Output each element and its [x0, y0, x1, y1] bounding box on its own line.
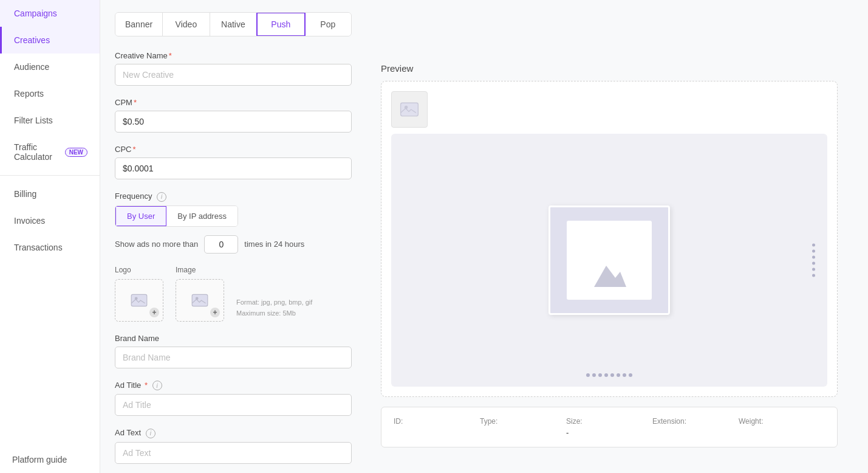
sidebar-item-filter-lists[interactable]: Filter Lists [0, 107, 100, 134]
creative-form: Creative Name* CPM* CPC* [115, 51, 352, 473]
cpm-group: CPM* [115, 98, 352, 133]
frequency-label: Frequency i [115, 192, 352, 202]
ad-title-info-icon[interactable]: i [152, 381, 162, 390]
ad-text-label: Ad Text i [115, 428, 352, 438]
logo-upload-group: Logo + [115, 266, 163, 322]
times-input[interactable] [204, 235, 238, 254]
image-placeholder-icon-2 [190, 291, 210, 310]
sidebar-divider [0, 175, 100, 176]
svg-rect-0 [131, 294, 147, 306]
tab-pop[interactable]: Pop [305, 13, 351, 36]
logo-upload-box[interactable]: + [115, 279, 163, 322]
preview-title: Preview [381, 63, 838, 74]
upload-row: Logo + Image [115, 266, 352, 322]
cpc-input[interactable] [115, 157, 352, 179]
frequency-info-icon[interactable]: i [157, 192, 166, 202]
ad-text-info-icon[interactable]: i [146, 429, 155, 438]
info-table: ID: Type: Size: - Extension: [381, 407, 838, 447]
sidebar-item-transactions[interactable]: Transactions [0, 234, 100, 261]
svg-rect-4 [401, 103, 419, 116]
info-col-extension: Extension: [652, 417, 739, 437]
platform-guide-link[interactable]: Platform guide [0, 446, 100, 473]
cpc-group: CPC* [115, 145, 352, 179]
ad-type-tabs: Banner Video Native Push Pop [115, 12, 352, 36]
freq-by-ip-btn[interactable]: By IP address [166, 206, 238, 226]
sidebar-item-campaigns[interactable]: Campaigns [0, 0, 100, 27]
main-content: Banner Video Native Push Pop Creative Na… [100, 0, 868, 473]
image-upload-group: Image + [176, 266, 224, 322]
creative-name-group: Creative Name* [115, 51, 352, 86]
preview-main-area [391, 134, 827, 387]
preview-center-image [548, 205, 670, 315]
preview-panel: Preview [366, 51, 852, 473]
preview-icon-svg [398, 98, 420, 120]
image-upload-box[interactable]: + [176, 279, 224, 322]
info-col-weight: Weight: [739, 417, 825, 437]
tab-native[interactable]: Native [210, 13, 257, 36]
sidebar-item-invoices[interactable]: Invoices [0, 207, 100, 234]
ad-title-label: Ad Title * i [115, 381, 352, 391]
svg-rect-2 [192, 294, 208, 306]
preview-box [381, 81, 838, 397]
preview-bottom-dots [586, 373, 632, 377]
preview-center-inner [567, 221, 652, 300]
logo-upload-plus[interactable]: + [149, 308, 159, 317]
info-col-type: Type: [480, 417, 566, 437]
info-row: ID: Type: Size: - Extension: [394, 417, 825, 437]
info-col-id: ID: [394, 417, 480, 437]
frequency-group: Frequency i By User By IP address Show a… [115, 192, 352, 254]
sidebar-item-audience[interactable]: Audience [0, 54, 100, 80]
freq-by-user-btn[interactable]: By User [115, 206, 166, 226]
cpc-label: CPC* [115, 145, 352, 154]
creative-name-input[interactable] [115, 64, 352, 86]
new-badge: NEW [65, 148, 87, 157]
tab-video[interactable]: Video [163, 13, 210, 36]
brand-name-input[interactable] [115, 347, 352, 368]
tab-push[interactable]: Push [256, 12, 305, 36]
logo-label: Logo [115, 266, 163, 274]
ad-title-input[interactable] [115, 394, 352, 416]
image-upload-plus[interactable]: + [210, 308, 220, 317]
ad-text-input[interactable] [115, 442, 352, 464]
frequency-toggle: By User By IP address [115, 205, 238, 227]
show-ads-row: Show ads no more than times in 24 hours [115, 235, 352, 254]
cpm-label: CPM* [115, 98, 352, 107]
sidebar-item-reports[interactable]: Reports [0, 80, 100, 107]
preview-side-dots [812, 244, 815, 277]
creative-name-label: Creative Name* [115, 51, 352, 60]
brand-name-group: Brand Name [115, 334, 352, 368]
brand-name-label: Brand Name [115, 334, 352, 343]
image-label: Image [176, 266, 224, 274]
preview-mountain-icon [591, 260, 627, 290]
info-col-size: Size: - [566, 417, 652, 437]
sidebar-item-traffic-calculator[interactable]: Traffic Calculator NEW [0, 134, 100, 170]
ad-text-group: Ad Text i [115, 428, 352, 464]
sidebar-item-creatives[interactable]: Creatives [0, 27, 100, 54]
sidebar-item-billing[interactable]: Billing [0, 181, 100, 207]
cpm-input[interactable] [115, 111, 352, 133]
upload-format-info: Format: jpg, png, bmp, gif Maximum size:… [236, 297, 312, 321]
ad-title-group: Ad Title * i [115, 381, 352, 416]
preview-top-icon [391, 91, 428, 128]
sidebar: Campaigns Creatives Audience Reports Fil… [0, 0, 100, 473]
tab-banner[interactable]: Banner [115, 13, 163, 36]
image-placeholder-icon [129, 291, 149, 310]
